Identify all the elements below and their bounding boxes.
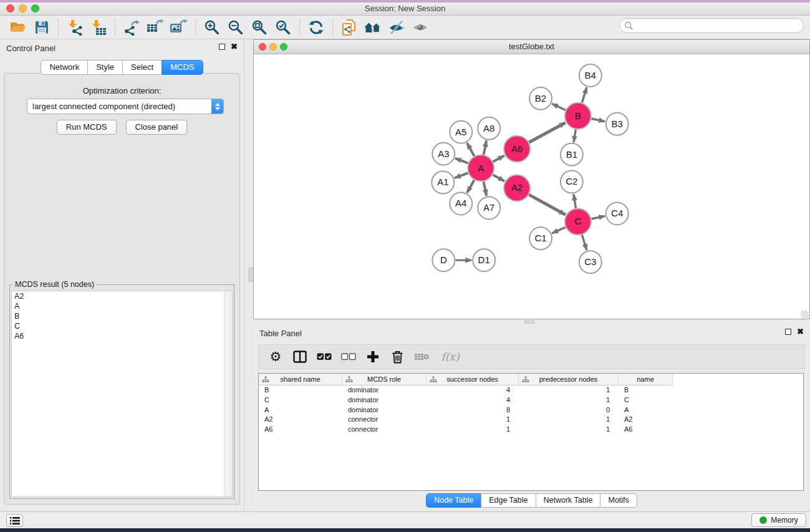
show-all-button[interactable]: [408, 17, 432, 37]
tab-network-table[interactable]: Network Table: [536, 493, 601, 508]
result-scrollbar[interactable]: [224, 291, 232, 496]
graph-edge-B-B3[interactable]: [591, 118, 605, 122]
graph-edge-A-A1[interactable]: [455, 173, 468, 178]
table-cell[interactable]: 1: [519, 415, 619, 425]
graph-node-C3[interactable]: C3: [579, 251, 602, 273]
table-cell[interactable]: 4: [427, 385, 519, 395]
graph-node-C1[interactable]: C1: [529, 227, 552, 249]
graph-node-A4[interactable]: A4: [450, 192, 472, 215]
graph-node-B2[interactable]: B2: [529, 87, 552, 110]
graph-node-A6[interactable]: A6: [504, 136, 530, 162]
graph-edge-A6-B[interactable]: [529, 123, 565, 143]
select-all-rows-button[interactable]: [315, 347, 334, 366]
graph-node-C[interactable]: C: [565, 208, 591, 235]
table-cell[interactable]: 1: [427, 415, 519, 425]
table-cell[interactable]: 0: [519, 405, 619, 415]
graph-node-C2[interactable]: C2: [561, 171, 583, 193]
tab-mcds[interactable]: MCDS: [162, 60, 203, 75]
tab-motifs[interactable]: Motifs: [600, 493, 637, 508]
delete-columns-button[interactable]: [388, 347, 407, 366]
table-cell[interactable]: dominator: [342, 395, 427, 405]
table-cell[interactable]: 4: [427, 395, 519, 405]
first-neighbors-button[interactable]: [361, 17, 385, 37]
graph-node-B1[interactable]: B1: [561, 143, 583, 166]
graph-node-B3[interactable]: B3: [606, 113, 629, 135]
tab-edge-table[interactable]: Edge Table: [481, 493, 536, 508]
graph-edge-A-A7[interactable]: [484, 181, 487, 196]
table-cell[interactable]: connector: [342, 415, 427, 425]
graph-node-D1[interactable]: D1: [473, 249, 495, 271]
delete-table-button[interactable]: [412, 347, 431, 366]
add-column-button[interactable]: [364, 347, 382, 366]
table-cell[interactable]: connector: [342, 425, 427, 435]
graph-edge-A-A3[interactable]: [455, 158, 468, 163]
graph-node-A8[interactable]: A8: [478, 117, 500, 140]
zoom-out-button[interactable]: [224, 17, 248, 37]
criterion-dropdown[interactable]: largest connected component (directed): [27, 99, 224, 114]
column-header-predecessor-nodes[interactable]: predecessor nodes: [519, 374, 619, 385]
graph-node-D[interactable]: D: [432, 249, 455, 271]
zoom-selected-button[interactable]: [271, 17, 295, 37]
memory-button[interactable]: Memory: [751, 513, 806, 527]
graph-node-B[interactable]: B: [565, 103, 591, 129]
clone-network-button[interactable]: [337, 17, 361, 37]
apply-layout-button[interactable]: [304, 17, 328, 37]
tab-style[interactable]: Style: [87, 60, 123, 75]
close-panel-icon[interactable]: ✖: [231, 44, 238, 50]
table-row[interactable]: A2connector11A2: [259, 415, 803, 425]
node-table[interactable]: shared nameMCDS rolesuccessor nodesprede…: [258, 373, 804, 491]
table-cell[interactable]: 1: [519, 395, 619, 405]
table-cell[interactable]: 1: [519, 385, 619, 395]
mcds-result-item[interactable]: B: [12, 311, 232, 321]
hide-selected-button[interactable]: [385, 17, 408, 37]
export-table-button[interactable]: [143, 17, 167, 37]
mcds-result-item[interactable]: C: [12, 321, 232, 331]
graph-edge-A-A2[interactable]: [493, 175, 504, 181]
graph-edge-A-A4[interactable]: [467, 180, 474, 193]
apply-function-button[interactable]: f(x): [436, 347, 464, 366]
graph-edge-B-B2[interactable]: [552, 104, 566, 110]
graph-node-A7[interactable]: A7: [478, 196, 500, 219]
run-mcds-button[interactable]: Run MCDS: [57, 120, 117, 135]
table-row[interactable]: Cdominator41C: [259, 395, 803, 405]
graph-edge-C-C2[interactable]: [574, 194, 576, 208]
mcds-result-item[interactable]: A6: [12, 331, 232, 341]
graph-edge-B-B4[interactable]: [582, 87, 587, 103]
table-row[interactable]: Adominator80A: [259, 405, 803, 415]
graph-node-A5[interactable]: A5: [450, 121, 472, 143]
float-panel-icon[interactable]: [219, 44, 225, 50]
table-cell[interactable]: C: [619, 395, 673, 405]
graph-node-A[interactable]: A: [468, 155, 494, 181]
graph-edge-C-C4[interactable]: [591, 216, 605, 219]
table-cell[interactable]: 8: [427, 405, 519, 415]
graph-edge-A2-C[interactable]: [529, 195, 565, 215]
zoom-button[interactable]: [31, 4, 39, 12]
deselect-all-rows-button[interactable]: [339, 347, 358, 366]
graph-edge-C-C3[interactable]: [582, 235, 587, 250]
table-row[interactable]: Bdominator41B: [259, 385, 803, 395]
table-cell[interactable]: 1: [427, 425, 519, 435]
tab-select[interactable]: Select: [122, 60, 162, 75]
graph-node-A3[interactable]: A3: [432, 143, 455, 165]
table-cell[interactable]: A: [259, 405, 342, 415]
window-resize-grip[interactable]: [801, 311, 809, 318]
mcds-result-item[interactable]: A: [12, 301, 232, 311]
graph-node-C4[interactable]: C4: [606, 202, 629, 225]
graph-edge-B-B1[interactable]: [574, 129, 576, 142]
graph-node-A2[interactable]: A2: [504, 175, 530, 201]
table-cell[interactable]: A: [619, 405, 673, 415]
table-cell[interactable]: A2: [259, 415, 342, 425]
import-network-button[interactable]: [63, 17, 87, 37]
mcds-result-list[interactable]: A2ABCA6: [11, 291, 233, 497]
search-input[interactable]: [634, 20, 803, 31]
close-panel-button[interactable]: Close panel: [126, 120, 188, 135]
float-table-panel-icon[interactable]: [785, 329, 791, 335]
minimize-button[interactable]: [19, 4, 27, 12]
table-cell[interactable]: dominator: [342, 405, 427, 415]
graph-node-A1[interactable]: A1: [432, 172, 454, 194]
table-cell[interactable]: A6: [619, 425, 673, 435]
zoom-fit-button[interactable]: [248, 17, 271, 37]
table-cell[interactable]: B: [259, 385, 342, 395]
table-cell[interactable]: dominator: [342, 385, 427, 395]
table-settings-button[interactable]: ⚙: [266, 347, 285, 366]
